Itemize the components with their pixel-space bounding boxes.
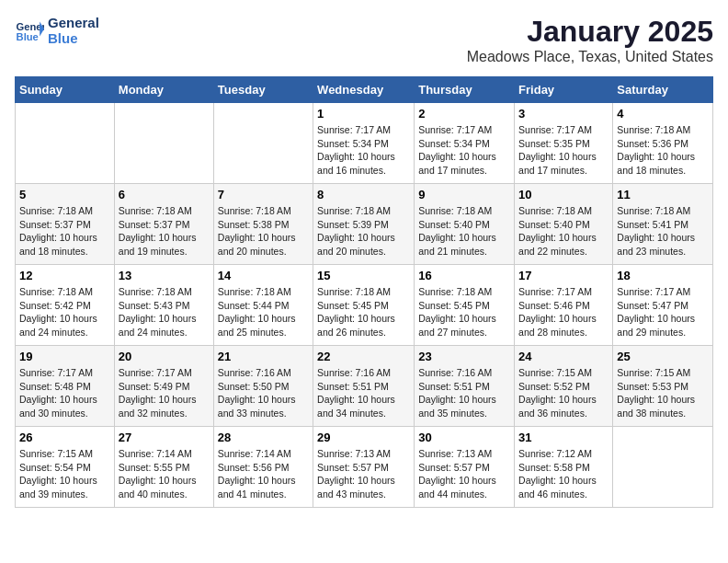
day-info: Sunrise: 7:18 AM Sunset: 5:39 PM Dayligh… [317, 204, 410, 259]
day-cell: 17Sunrise: 7:17 AM Sunset: 5:46 PM Dayli… [515, 265, 613, 346]
day-info: Sunrise: 7:17 AM Sunset: 5:48 PM Dayligh… [19, 366, 110, 420]
day-info: Sunrise: 7:17 AM Sunset: 5:35 PM Dayligh… [518, 123, 609, 178]
day-cell: 22Sunrise: 7:16 AM Sunset: 5:51 PM Dayli… [313, 346, 415, 427]
day-info: Sunrise: 7:17 AM Sunset: 5:34 PM Dayligh… [317, 123, 410, 178]
day-info: Sunrise: 7:17 AM Sunset: 5:46 PM Dayligh… [518, 285, 609, 339]
day-number: 17 [518, 269, 609, 282]
day-cell: 19Sunrise: 7:17 AM Sunset: 5:48 PM Dayli… [16, 346, 115, 427]
calendar-title: January 2025 [467, 15, 713, 49]
day-number: 15 [317, 269, 410, 282]
logo-icon: General Blue [15, 16, 44, 45]
day-cell [213, 103, 313, 184]
day-info: Sunrise: 7:17 AM Sunset: 5:49 PM Dayligh… [119, 366, 210, 420]
day-info: Sunrise: 7:16 AM Sunset: 5:51 PM Dayligh… [418, 366, 510, 420]
day-cell: 1Sunrise: 7:17 AM Sunset: 5:34 PM Daylig… [313, 103, 415, 184]
day-info: Sunrise: 7:17 AM Sunset: 5:47 PM Dayligh… [617, 285, 709, 339]
day-number: 1 [317, 107, 410, 121]
day-info: Sunrise: 7:15 AM Sunset: 5:54 PM Dayligh… [19, 447, 110, 501]
day-number: 12 [19, 269, 110, 282]
day-number: 28 [218, 431, 309, 444]
day-info: Sunrise: 7:15 AM Sunset: 5:53 PM Dayligh… [617, 366, 709, 420]
day-cell [114, 103, 213, 184]
day-cell: 6Sunrise: 7:18 AM Sunset: 5:37 PM Daylig… [114, 184, 213, 265]
day-number: 16 [418, 269, 510, 282]
day-cell: 5Sunrise: 7:18 AM Sunset: 5:37 PM Daylig… [16, 184, 115, 265]
day-number: 24 [518, 350, 609, 363]
day-number: 29 [317, 431, 410, 444]
day-info: Sunrise: 7:15 AM Sunset: 5:52 PM Dayligh… [518, 366, 609, 420]
day-number: 5 [19, 188, 110, 201]
day-number: 4 [617, 107, 709, 121]
day-info: Sunrise: 7:18 AM Sunset: 5:45 PM Dayligh… [418, 285, 510, 339]
day-number: 2 [418, 107, 510, 121]
day-number: 18 [617, 269, 709, 282]
header-monday: Monday [114, 77, 213, 103]
day-info: Sunrise: 7:18 AM Sunset: 5:40 PM Dayligh… [518, 204, 609, 259]
day-info: Sunrise: 7:18 AM Sunset: 5:37 PM Dayligh… [19, 204, 110, 259]
day-cell: 2Sunrise: 7:17 AM Sunset: 5:34 PM Daylig… [415, 103, 515, 184]
day-cell: 21Sunrise: 7:16 AM Sunset: 5:50 PM Dayli… [213, 346, 313, 427]
day-cell: 30Sunrise: 7:13 AM Sunset: 5:57 PM Dayli… [415, 427, 515, 508]
day-info: Sunrise: 7:18 AM Sunset: 5:41 PM Dayligh… [617, 204, 709, 259]
header-tuesday: Tuesday [213, 77, 313, 103]
day-info: Sunrise: 7:18 AM Sunset: 5:37 PM Dayligh… [119, 204, 210, 259]
header-saturday: Saturday [613, 77, 713, 103]
week-row-3: 12Sunrise: 7:18 AM Sunset: 5:42 PM Dayli… [16, 265, 713, 346]
logo-line2: Blue [48, 30, 99, 46]
week-row-1: 1Sunrise: 7:17 AM Sunset: 5:34 PM Daylig… [16, 103, 713, 184]
day-number: 14 [218, 269, 309, 282]
day-number: 3 [518, 107, 609, 121]
day-cell: 18Sunrise: 7:17 AM Sunset: 5:47 PM Dayli… [613, 265, 713, 346]
week-row-4: 19Sunrise: 7:17 AM Sunset: 5:48 PM Dayli… [16, 346, 713, 427]
day-cell: 23Sunrise: 7:16 AM Sunset: 5:51 PM Dayli… [415, 346, 515, 427]
header-wednesday: Wednesday [313, 77, 415, 103]
title-block: January 2025 Meadows Place, Texas, Unite… [467, 15, 713, 65]
header-sunday: Sunday [16, 77, 115, 103]
day-number: 25 [617, 350, 709, 363]
day-info: Sunrise: 7:18 AM Sunset: 5:42 PM Dayligh… [19, 285, 110, 339]
header-row: SundayMondayTuesdayWednesdayThursdayFrid… [16, 77, 713, 103]
day-cell [16, 103, 115, 184]
day-number: 13 [119, 269, 210, 282]
day-info: Sunrise: 7:18 AM Sunset: 5:38 PM Dayligh… [218, 204, 309, 259]
day-cell [613, 427, 713, 508]
day-number: 22 [317, 350, 410, 363]
day-info: Sunrise: 7:18 AM Sunset: 5:44 PM Dayligh… [218, 285, 309, 339]
day-info: Sunrise: 7:17 AM Sunset: 5:34 PM Dayligh… [418, 123, 510, 178]
day-cell: 15Sunrise: 7:18 AM Sunset: 5:45 PM Dayli… [313, 265, 415, 346]
day-cell: 28Sunrise: 7:14 AM Sunset: 5:56 PM Dayli… [213, 427, 313, 508]
day-cell: 8Sunrise: 7:18 AM Sunset: 5:39 PM Daylig… [313, 184, 415, 265]
svg-text:Blue: Blue [17, 31, 39, 42]
day-number: 7 [218, 188, 309, 201]
day-cell: 3Sunrise: 7:17 AM Sunset: 5:35 PM Daylig… [515, 103, 613, 184]
day-cell: 9Sunrise: 7:18 AM Sunset: 5:40 PM Daylig… [415, 184, 515, 265]
header-thursday: Thursday [415, 77, 515, 103]
day-cell: 16Sunrise: 7:18 AM Sunset: 5:45 PM Dayli… [415, 265, 515, 346]
day-number: 27 [119, 431, 210, 444]
week-row-2: 5Sunrise: 7:18 AM Sunset: 5:37 PM Daylig… [16, 184, 713, 265]
day-info: Sunrise: 7:14 AM Sunset: 5:56 PM Dayligh… [218, 447, 309, 501]
day-cell: 27Sunrise: 7:14 AM Sunset: 5:55 PM Dayli… [114, 427, 213, 508]
logo-line1: General [48, 15, 99, 30]
day-info: Sunrise: 7:18 AM Sunset: 5:40 PM Dayligh… [418, 204, 510, 259]
day-number: 9 [418, 188, 510, 201]
week-row-5: 26Sunrise: 7:15 AM Sunset: 5:54 PM Dayli… [16, 427, 713, 508]
day-number: 8 [317, 188, 410, 201]
day-cell: 31Sunrise: 7:12 AM Sunset: 5:58 PM Dayli… [515, 427, 613, 508]
day-cell: 14Sunrise: 7:18 AM Sunset: 5:44 PM Dayli… [213, 265, 313, 346]
day-number: 10 [518, 188, 609, 201]
day-cell: 7Sunrise: 7:18 AM Sunset: 5:38 PM Daylig… [213, 184, 313, 265]
day-cell: 24Sunrise: 7:15 AM Sunset: 5:52 PM Dayli… [515, 346, 613, 427]
logo: General Blue General Blue [15, 15, 99, 46]
day-number: 6 [119, 188, 210, 201]
day-cell: 10Sunrise: 7:18 AM Sunset: 5:40 PM Dayli… [515, 184, 613, 265]
day-info: Sunrise: 7:16 AM Sunset: 5:51 PM Dayligh… [317, 366, 410, 420]
day-cell: 4Sunrise: 7:18 AM Sunset: 5:36 PM Daylig… [613, 103, 713, 184]
day-cell: 13Sunrise: 7:18 AM Sunset: 5:43 PM Dayli… [114, 265, 213, 346]
day-info: Sunrise: 7:18 AM Sunset: 5:36 PM Dayligh… [617, 123, 709, 178]
day-info: Sunrise: 7:16 AM Sunset: 5:50 PM Dayligh… [218, 366, 309, 420]
day-cell: 25Sunrise: 7:15 AM Sunset: 5:53 PM Dayli… [613, 346, 713, 427]
day-info: Sunrise: 7:13 AM Sunset: 5:57 PM Dayligh… [317, 447, 410, 501]
day-number: 21 [218, 350, 309, 363]
day-number: 26 [19, 431, 110, 444]
